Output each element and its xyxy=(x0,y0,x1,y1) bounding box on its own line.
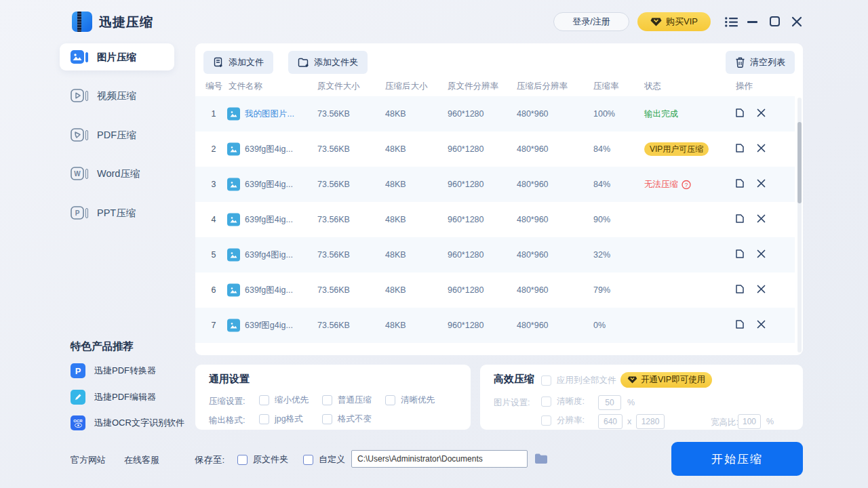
checkbox[interactable] xyxy=(259,395,269,405)
efficient-compress-card: 高效压缩 应用到全部文件 开通VIP即可使用 图片设置: 清晰度: % 分辨率:… xyxy=(480,365,803,430)
pdf-editor-icon xyxy=(71,390,85,405)
aspect-ratio-input[interactable] xyxy=(738,414,761,429)
online-support-link[interactable]: 在线客服 xyxy=(124,454,159,466)
remove-file-icon[interactable] xyxy=(757,179,766,190)
image-file-icon xyxy=(227,108,240,121)
col-id: 编号 xyxy=(205,81,222,92)
option-shrink-priority[interactable]: 缩小优先 xyxy=(259,394,309,406)
image-file-icon xyxy=(227,178,240,191)
image-compress-icon xyxy=(71,50,88,64)
product-pdf-editor[interactable]: 迅捷PDF编辑器 xyxy=(71,390,156,405)
col-out-size: 压缩后大小 xyxy=(385,81,428,92)
trash-icon xyxy=(735,57,745,68)
col-name: 文件名称 xyxy=(229,81,262,92)
browse-folder-icon[interactable] xyxy=(534,453,548,467)
remove-file-icon[interactable] xyxy=(757,214,766,225)
checkbox[interactable] xyxy=(322,395,332,405)
sidebar-item-image-compress[interactable]: 图片压缩 xyxy=(60,43,174,70)
task-list-icon[interactable] xyxy=(725,17,738,27)
option-clarity[interactable]: 清晰度: xyxy=(541,396,585,407)
image-file-icon xyxy=(227,284,240,297)
option-clarity-priority[interactable]: 清晰优先 xyxy=(385,394,435,406)
checkbox[interactable] xyxy=(303,455,313,465)
open-file-icon[interactable] xyxy=(734,108,745,121)
buy-vip-button[interactable]: 购买VIP xyxy=(637,12,711,31)
official-website-link[interactable]: 官方网站 xyxy=(71,454,106,466)
product-pdf-converter[interactable]: P 迅捷PDF转换器 xyxy=(71,363,156,378)
image-file-icon xyxy=(227,143,240,156)
close-icon[interactable] xyxy=(791,16,802,27)
featured-products-title: 特色产品推荐 xyxy=(71,340,134,354)
save-path-input[interactable] xyxy=(351,450,528,468)
table-row: 2 639fg图4ig... 73.56KB 48KB 960*1280 480… xyxy=(195,131,795,167)
svg-text:P: P xyxy=(75,209,80,217)
image-file-icon xyxy=(227,319,240,332)
option-apply-all[interactable]: 应用到全部文件 xyxy=(541,375,616,386)
save-to-label: 保存至: xyxy=(195,454,224,466)
option-original-folder[interactable]: 原文件夹 xyxy=(237,453,288,466)
status-error: 无法压缩 ? xyxy=(644,179,691,190)
col-out-res: 压缩后分辨率 xyxy=(517,81,568,92)
checkbox[interactable] xyxy=(541,396,551,407)
svg-text:W: W xyxy=(74,170,81,178)
start-compress-button[interactable]: 开始压缩 xyxy=(671,442,803,476)
clear-list-button[interactable]: 清空列表 xyxy=(726,51,795,74)
checkbox[interactable] xyxy=(322,414,332,424)
remove-file-icon[interactable] xyxy=(757,320,766,331)
remove-file-icon[interactable] xyxy=(757,108,766,119)
maximize-icon[interactable] xyxy=(770,16,780,26)
question-circle-icon[interactable]: ? xyxy=(682,180,691,189)
add-folder-button[interactable]: 添加文件夹 xyxy=(288,51,368,74)
open-file-icon[interactable] xyxy=(734,143,745,156)
image-file-icon xyxy=(227,249,240,262)
option-custom-folder[interactable]: 自定义 xyxy=(303,453,345,466)
sidebar-item-word-compress[interactable]: W Word压缩 xyxy=(60,160,174,187)
checkbox[interactable] xyxy=(541,375,551,386)
clarity-input[interactable] xyxy=(598,395,621,410)
open-vip-badge[interactable]: 开通VIP即可使用 xyxy=(620,372,712,388)
add-file-button[interactable]: 添加文件 xyxy=(203,51,273,74)
checkbox[interactable] xyxy=(541,415,551,426)
product-ocr[interactable]: OCR 迅捷OCR文字识别软件 xyxy=(71,415,184,430)
ocr-icon: OCR xyxy=(71,415,85,430)
minimize-icon[interactable] xyxy=(747,21,757,23)
col-actions: 操作 xyxy=(736,81,753,92)
remove-file-icon[interactable] xyxy=(757,144,766,155)
option-normal-compress[interactable]: 普通压缩 xyxy=(322,394,372,406)
vip-diamond-icon xyxy=(650,18,662,26)
open-file-icon[interactable] xyxy=(734,284,745,297)
col-orig-size: 原文件大小 xyxy=(317,81,360,92)
col-status: 状态 xyxy=(644,81,661,92)
option-jpg-format[interactable]: jpg格式 xyxy=(259,413,303,425)
add-file-icon xyxy=(213,57,224,68)
sidebar-item-pdf-compress[interactable]: PDF压缩 xyxy=(60,121,174,148)
open-file-icon[interactable] xyxy=(734,214,745,226)
table-scrollbar-thumb[interactable] xyxy=(797,122,802,203)
resolution-height-input[interactable] xyxy=(636,414,665,429)
checkbox[interactable] xyxy=(385,395,395,405)
remove-file-icon[interactable] xyxy=(757,249,766,260)
sidebar-item-ppt-compress[interactable]: P PPT压缩 xyxy=(60,199,174,226)
file-table-card: 添加文件 添加文件夹 清空列表 编号 文件名称 原文件大小 压缩后大小 原文件分… xyxy=(195,43,803,355)
status-vip-badge: VIP用户可压缩 xyxy=(644,142,709,156)
open-file-icon[interactable] xyxy=(734,319,745,332)
table-row: 1 我的图图片... 73.56KB 48KB 960*1280 480*960… xyxy=(195,96,795,131)
option-keep-format[interactable]: 格式不变 xyxy=(322,413,372,425)
checkbox[interactable] xyxy=(237,455,248,465)
sidebar-item-video-compress[interactable]: 视频压缩 xyxy=(60,82,174,109)
login-register-button[interactable]: 登录/注册 xyxy=(553,12,629,31)
open-file-icon[interactable] xyxy=(734,178,745,191)
table-row: 7 639f图g4ig... 73.56KB 48KB 960*1280 480… xyxy=(195,308,795,343)
option-resolution[interactable]: 分辨率: xyxy=(541,415,585,426)
col-ratio: 压缩率 xyxy=(593,81,619,92)
remove-file-icon[interactable] xyxy=(757,285,766,296)
table-row: 3 639fg图4ig... 73.56KB 48KB 960*1280 480… xyxy=(195,167,795,202)
open-file-icon[interactable] xyxy=(734,249,745,262)
resolution-width-input[interactable] xyxy=(598,414,623,429)
ppt-compress-icon: P xyxy=(71,206,88,220)
app-logo xyxy=(72,12,92,32)
checkbox[interactable] xyxy=(259,414,269,424)
pdf-compress-icon xyxy=(71,128,88,142)
table-row: 4 639fg图4ig... 73.56KB 48KB 960*1280 480… xyxy=(195,202,795,237)
general-settings-title: 通用设置 xyxy=(209,373,250,386)
